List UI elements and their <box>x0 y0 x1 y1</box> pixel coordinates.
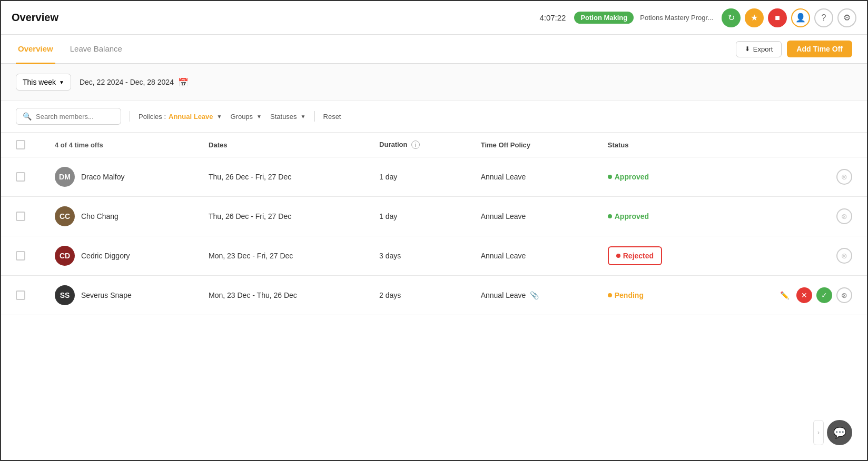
actions-column-header <box>714 133 867 157</box>
action-icons: ⊗ <box>729 208 852 224</box>
reset-button[interactable]: Reset <box>323 113 341 121</box>
statuses-filter[interactable]: Statuses ▼ <box>270 113 306 121</box>
policy-cell: Annual Leave <box>466 157 593 197</box>
actions-cell: ⊗ <box>714 197 867 236</box>
search-input[interactable] <box>36 113 110 121</box>
export-button[interactable]: ⬇ Export <box>736 41 782 57</box>
actions-cell: ✏️ ✕ ✓ ⊗ <box>714 276 867 315</box>
select-all-header <box>1 133 40 157</box>
potion-badge: Potion Making <box>574 12 634 24</box>
refresh-icon[interactable]: ↻ <box>722 8 741 27</box>
app-title: Overview <box>12 12 58 24</box>
name-column-header: 4 of 4 time offs <box>40 133 194 157</box>
policy-cell: Annual Leave <box>466 197 593 236</box>
add-time-off-button[interactable]: Add Time Off <box>787 41 852 57</box>
duration-column-header: Duration i <box>364 133 466 157</box>
policies-filter[interactable]: Policies : Annual Leave ▼ <box>139 113 222 121</box>
avatar: CD <box>55 246 75 266</box>
dropdown-icon: ▼ <box>257 114 262 119</box>
week-selector[interactable]: This week ▼ <box>16 74 71 91</box>
date-range: Dec, 22 2024 - Dec, 28 2024 📅 <box>80 77 189 87</box>
dot-icon <box>608 214 612 218</box>
duration-info-icon[interactable]: i <box>411 141 420 149</box>
cancel-icon[interactable]: ⊗ <box>836 208 852 224</box>
row-checkbox-1[interactable] <box>16 212 25 221</box>
dot-icon <box>608 175 612 179</box>
table-row: CC Cho Chang Thu, 26 Dec - Fri, 27 Dec1 … <box>1 197 867 236</box>
cancel-icon[interactable]: ⊗ <box>836 248 852 264</box>
dropdown-icon: ▼ <box>59 79 64 85</box>
scroll-right[interactable]: › <box>813 420 824 445</box>
time-off-table: 4 of 4 time offs Dates Duration i Time O… <box>1 133 867 315</box>
search-box: 🔍 <box>16 108 121 125</box>
member-cell: CD Cedric Diggory <box>55 246 179 266</box>
status-column-header: Status <box>593 133 715 157</box>
approve-icon[interactable]: ✓ <box>816 287 832 303</box>
reject-icon[interactable]: ✕ <box>796 287 812 303</box>
row-checkbox-3[interactable] <box>16 290 25 300</box>
stop-icon[interactable]: ■ <box>768 8 787 27</box>
policy-cell: Annual Leave 📎 <box>466 276 593 315</box>
groups-filter[interactable]: Groups ▼ <box>230 113 262 121</box>
table-row: CD Cedric Diggory Mon, 23 Dec - Fri, 27 … <box>1 236 867 276</box>
program-label: Potions Mastery Progr... <box>640 14 713 22</box>
cancel-icon[interactable]: ⊗ <box>836 287 852 303</box>
star-icon[interactable]: ★ <box>745 8 764 27</box>
duration-cell: 1 day <box>364 157 466 197</box>
search-icon: 🔍 <box>23 112 32 121</box>
duration-cell: 1 day <box>364 197 466 236</box>
divider <box>130 111 130 122</box>
member-name: Cho Chang <box>81 212 119 221</box>
member-name: Cedric Diggory <box>81 252 130 260</box>
person-icon[interactable]: 👤 <box>791 8 810 27</box>
tab-leave-balance[interactable]: Leave Balance <box>68 35 124 64</box>
dropdown-icon: ▼ <box>217 114 222 119</box>
main-content: Overview Leave Balance ⬇ Export Add Time… <box>1 35 867 460</box>
edit-icon[interactable]: ✏️ <box>776 287 792 303</box>
status-label: Rejected <box>623 252 654 260</box>
dot-icon <box>616 254 620 258</box>
status-cell: Approved <box>593 197 715 236</box>
table-row: SS Severus Snape Mon, 23 Dec - Thu, 26 D… <box>1 276 867 315</box>
duration-cell: 3 days <box>364 236 466 276</box>
avatar: CC <box>55 206 75 226</box>
avatar: SS <box>55 285 75 305</box>
action-icons: ⊗ <box>729 169 852 185</box>
dates-cell: Thu, 26 Dec - Fri, 27 Dec <box>194 197 364 236</box>
status-badge: Rejected <box>608 246 662 265</box>
member-name: Draco Malfoy <box>81 173 124 181</box>
duration-cell: 2 days <box>364 276 466 315</box>
row-checkbox-2[interactable] <box>16 251 25 260</box>
dates-cell: Mon, 23 Dec - Thu, 26 Dec <box>194 276 364 315</box>
dot-icon <box>608 293 612 297</box>
settings-icon[interactable]: ⚙ <box>837 8 856 27</box>
tab-overview[interactable]: Overview <box>16 35 55 64</box>
row-checkbox-0[interactable] <box>16 172 25 182</box>
dropdown-icon: ▼ <box>301 114 306 119</box>
help-icon[interactable]: ? <box>814 8 833 27</box>
policy-cell: Annual Leave <box>466 236 593 276</box>
tabs-row: Overview Leave Balance ⬇ Export Add Time… <box>1 35 867 64</box>
chat-bubble[interactable]: 💬 <box>827 420 852 445</box>
member-name: Severus Snape <box>81 291 132 299</box>
cancel-icon[interactable]: ⊗ <box>836 169 852 185</box>
select-all-checkbox[interactable] <box>16 140 25 149</box>
action-icons: ✏️ ✕ ✓ ⊗ <box>729 287 852 303</box>
clock: 4:07:22 <box>539 13 566 22</box>
dates-column-header: Dates <box>194 133 364 157</box>
policy-column-header: Time Off Policy <box>466 133 593 157</box>
export-icon: ⬇ <box>745 45 750 53</box>
status-cell: Pending <box>593 276 715 315</box>
member-cell: CC Cho Chang <box>55 206 179 226</box>
action-icons: ⊗ <box>729 248 852 264</box>
status-cell: Approved <box>593 157 715 197</box>
member-cell: DM Draco Malfoy <box>55 167 179 187</box>
member-cell: SS Severus Snape <box>55 285 179 305</box>
avatar: DM <box>55 167 75 187</box>
actions-cell: ⊗ <box>714 236 867 276</box>
search-filter-row: 🔍 Policies : Annual Leave ▼ Groups ▼ Sta… <box>1 101 867 133</box>
table-row: DM Draco Malfoy Thu, 26 Dec - Fri, 27 De… <box>1 157 867 197</box>
calendar-icon[interactable]: 📅 <box>178 77 189 87</box>
divider2 <box>314 111 315 122</box>
dates-cell: Thu, 26 Dec - Fri, 27 Dec <box>194 157 364 197</box>
